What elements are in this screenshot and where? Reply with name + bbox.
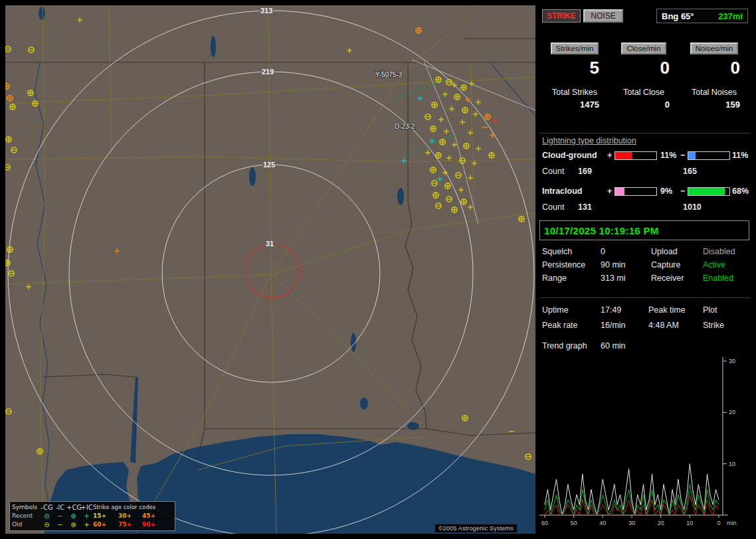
map-canvas[interactable]: 313 219 125 31 Y-5075-3 D-23-2 (5, 5, 535, 534)
capture-label: Capture (651, 260, 680, 270)
cg-negative-pct: 11% (732, 151, 748, 160)
svg-text:60: 60 (541, 520, 548, 526)
svg-text:30: 30 (729, 358, 735, 364)
peak-time-value: 4:48 AM (648, 321, 679, 330)
persistence-label: Persistence (542, 260, 585, 270)
legend-recent-nic-icon: − (54, 512, 66, 520)
ring-label-second: 219 (262, 68, 274, 76)
minus-sign: − (680, 151, 685, 160)
stats-row: Uptime 17:49 Peak time Plot (539, 305, 751, 321)
storm-cell-label-1: Y-5075-3 (375, 71, 403, 78)
intracloud-label: Intracloud (542, 187, 582, 196)
svg-text:20: 20 (729, 409, 735, 416)
datetime-display: 10/17/2025 10:19:16 PM (539, 220, 749, 240)
trend-graph-label: Trend graph (542, 341, 587, 350)
ic-positive-bar-fill (615, 188, 624, 195)
strike-symbol (10, 104, 15, 110)
svg-text:40: 40 (599, 520, 606, 526)
noises-per-min-value: 0 (679, 58, 749, 78)
strike-symbol (432, 102, 437, 108)
trend-window-value: 60 min (601, 341, 626, 350)
legend-recent-ncg-icon: ⊖ (40, 512, 54, 520)
receiver-status: Enabled (703, 273, 733, 283)
total-strikes-label: Total Strikes (541, 88, 609, 97)
legend-recent-pic-icon: + (80, 512, 93, 520)
cg-negative-bar (688, 151, 730, 160)
peak-rate-label: Peak rate (542, 321, 578, 330)
upload-label: Upload (651, 247, 678, 256)
minus-sign: − (680, 187, 685, 196)
legend-col-pcg: +CG (66, 503, 80, 512)
ic-negative-bar-fill (688, 188, 725, 195)
cg-negative-count: 165 (683, 167, 697, 176)
strike-symbol (485, 114, 490, 119)
svg-text:20: 20 (658, 520, 664, 526)
svg-text:50: 50 (571, 520, 577, 526)
legend-recent-pcg-icon: ⊕ (66, 512, 80, 520)
rate-section: Strikes/min 5 Close/min 0 Noises/min 0 (541, 42, 749, 78)
legend-col-nic: -IC (54, 503, 66, 512)
legend-age-title: Strike age color codes (93, 503, 166, 512)
total-close-label: Total Close (609, 88, 679, 97)
cg-positive-bar-fill (615, 152, 632, 159)
legend-old-label: Old (12, 520, 40, 529)
cg-positive-bar (614, 151, 657, 160)
close-per-min-button[interactable]: Close/min (621, 42, 666, 54)
plus-sign: + (607, 151, 612, 160)
receiver-label: Receiver (651, 273, 684, 283)
strike-symbol (461, 85, 466, 90)
strikes-per-min-button[interactable]: Strikes/min (551, 42, 599, 54)
cloud-ground-count-row: Count 169 165 (539, 167, 751, 177)
cg-positive-pct: 11% (660, 151, 676, 160)
legend-age-60: 60+ (93, 520, 118, 529)
svg-text:30: 30 (628, 520, 635, 526)
strike-symbol (452, 207, 457, 212)
total-noises-value: 159 (679, 100, 749, 110)
legend-age-15: 15+ (93, 512, 118, 520)
persistence-value: 90 min (601, 260, 626, 270)
status-row: Range 313 mi Receiver Enabled (539, 273, 751, 287)
noise-mode-button[interactable]: NOISE (583, 9, 623, 23)
strike-symbol (462, 108, 468, 113)
uptime-value: 17:49 (601, 305, 621, 315)
cloud-ground-row: Cloud-ground + 11% − 11% (539, 151, 751, 161)
strike-symbol (440, 139, 445, 145)
legend-age-45: 45+ (142, 512, 166, 520)
strike-symbol (519, 216, 524, 222)
stats-table: Uptime 17:49 Peak time Plot Peak rate 16… (539, 305, 751, 336)
strike-symbol (489, 153, 494, 158)
strike-symbol (433, 193, 438, 198)
uptime-label: Uptime (542, 305, 569, 315)
map-panel[interactable]: 313 219 125 31 Y-5075-3 D-23-2 Symbols -… (5, 5, 535, 534)
strike-symbol (436, 153, 441, 158)
status-row: Persistence 90 min Capture Active (539, 260, 751, 273)
plot-mode-value: Strike (703, 321, 724, 330)
range-label: Range (542, 273, 567, 283)
ring-label-third: 125 (263, 161, 275, 169)
distance-value: 237mi (718, 11, 743, 21)
strike-symbol (464, 143, 469, 149)
status-row: Squelch 0 Upload Disabled (539, 247, 751, 260)
noises-per-min-button[interactable]: Noises/min (690, 42, 739, 54)
svg-text:10: 10 (686, 520, 693, 526)
strike-symbol (430, 167, 436, 173)
legend-age-30: 30+ (118, 512, 142, 520)
datetime-value: 10/17/2025 10:19:16 PM (544, 225, 659, 236)
strike-mode-button[interactable]: STRIKE (542, 9, 581, 23)
legend-col-ncg: -CG (40, 503, 54, 512)
bearing-display: Bng 65° 237mi (656, 9, 748, 23)
ic-positive-count: 131 (578, 202, 592, 212)
strike-symbol (37, 449, 43, 454)
strike-symbol (416, 28, 421, 33)
plus-sign: + (607, 187, 612, 196)
plot-label: Plot (703, 305, 717, 315)
ic-negative-pct: 68% (732, 187, 749, 196)
trend-series-total strikes (545, 464, 719, 515)
legend-old-pic-icon: + (80, 520, 93, 529)
strike-symbol (33, 101, 38, 106)
trend-header: Trend graph 60 min (539, 341, 751, 352)
ic-negative-count: 1010 (683, 202, 702, 212)
capture-status: Active (703, 260, 725, 270)
upload-status: Disabled (703, 247, 735, 256)
strike-symbol (7, 96, 13, 101)
